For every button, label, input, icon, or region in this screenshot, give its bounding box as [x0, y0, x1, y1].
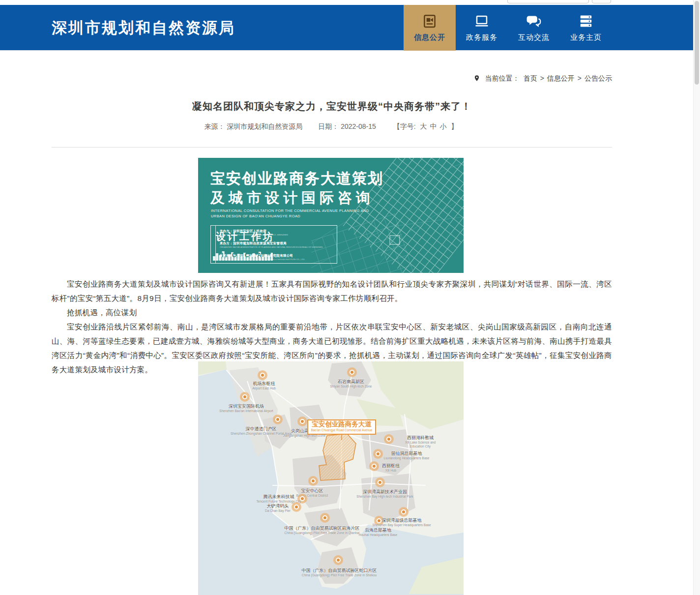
banner-image: 宝安创业路商务大道策划 及城市设计国际咨询 INTERNATIONAL CONS…: [198, 158, 464, 273]
map-marker: [376, 451, 380, 456]
breadcrumb-items: 首页>信息公开>公告公示: [524, 74, 612, 82]
breadcrumb-prefix: 当前位置：: [485, 74, 520, 82]
search-input[interactable]: [507, 0, 589, 3]
map-marker-label: 深中通道门户区Shenzhen-Zhongshan Channel Portal…: [231, 426, 292, 436]
nav-tab-label: 信息公开: [414, 33, 445, 42]
map-marker: [294, 505, 299, 509]
map-marker: [377, 518, 381, 523]
nav-tab-2[interactable]: 政务服务: [456, 5, 508, 51]
map-marker: [311, 478, 316, 483]
banner-subtitle: INTERNATIONAL CONSULTATION FOR THE COMME…: [211, 208, 369, 219]
fontsize-option[interactable]: 大: [420, 122, 427, 130]
article-paragraph: 抢抓机遇，高位谋划: [52, 305, 612, 320]
nav-tab-label: 业务主页: [570, 33, 602, 42]
map-marker-label: 深圳宝安国际机场Shenzhen Bao'an International Ai…: [219, 404, 273, 413]
nav-tab-label: 政务服务: [466, 33, 497, 42]
map-marker: [372, 464, 377, 469]
breadcrumb-separator: >: [578, 74, 582, 82]
map-marker-label: 腾讯未来科技城Tencent Future Technology City: [257, 494, 301, 504]
chat-icon: [526, 14, 541, 29]
map-highlight-label: 宝安创业路商务大道 Bao'an Chuangye Road Commercia…: [307, 419, 376, 435]
map-marker-label: 中国（广东）自由贸易试验区蛇口片区China (Guangdong) Pilot…: [302, 568, 377, 577]
map-marker: [242, 394, 247, 399]
map-marker: [300, 419, 305, 424]
map-marker-label: 中国（广东）自由贸易试验区前海片区China (Guangdong) Pilot…: [285, 526, 360, 535]
scrollbar[interactable]: [693, 0, 700, 595]
map-marker-label: 深圳湾高新技术产业园Shenzhen Bay High-tech Industr…: [356, 489, 413, 499]
map-marker: [322, 515, 327, 520]
map-marker: [386, 437, 391, 442]
map-marker-label: 大铲湾码头Da Chan Bay Pier: [265, 504, 291, 513]
document-icon: [422, 14, 437, 29]
nav-tab-3[interactable]: 互动交流: [508, 5, 560, 51]
header-nav: 信息公开政务服务互动交流业务主页: [404, 5, 612, 51]
map-image: 机场东枢纽Airport East Hub深圳宝安国际机场Shenzhen Ba…: [198, 361, 464, 595]
nav-tab-1[interactable]: 信息公开: [404, 5, 456, 51]
banner-title-line1: 宝安创业路商务大道策划: [210, 169, 383, 189]
meta-fontsize: 【字号:大中小】: [392, 122, 460, 130]
map-marker: [350, 370, 354, 375]
server-icon: [579, 14, 593, 29]
nav-tab-4[interactable]: 业务主页: [560, 5, 612, 51]
search-button[interactable]: [592, 0, 611, 3]
page: 深圳市规划和自然资源局 信息公开政务服务互动交流业务主页 当前位置：首页>信息公…: [0, 0, 700, 595]
map-marker-label: 后海总部基地Houhai Headquarters Base: [359, 528, 397, 537]
map-marker: [260, 373, 265, 378]
breadcrumb-separator: >: [540, 74, 544, 82]
location-pin-icon: [473, 75, 480, 82]
breadcrumb: 当前位置：首页>信息公开>公告公示: [52, 74, 612, 83]
fontsize-option[interactable]: 中: [430, 122, 437, 130]
map-marker: [378, 480, 382, 485]
map-marker-label: 石岩南高新区Shiyan South High-tech Zone: [330, 379, 372, 388]
fontsize-option[interactable]: 小: [440, 122, 447, 130]
page-title: 凝知名团队和顶尖专家之力，宝安世界级“中央商务带”来了！: [52, 100, 612, 113]
workshop-box: 设计工作坊 I C C A 主办方：深圳市宝安区人民政府HOST: THE PE…: [210, 225, 337, 264]
workshop-acronym: I C C A: [211, 252, 276, 259]
nav-tab-label: 互动交流: [518, 33, 550, 42]
map-markers: 机场东枢纽Airport East Hub深圳宝安国际机场Shenzhen Ba…: [198, 361, 464, 595]
article-meta: 来源： 深圳市规划和自然资源局 日期： 2022-08-15 【字号:大中小】: [52, 122, 612, 131]
map-marker-label: 西丽枢纽Xili Hub: [382, 463, 400, 473]
banner-title-line2: 及城市设计国际咨询: [210, 188, 374, 208]
map-marker: [275, 417, 280, 422]
site-header: 深圳市规划和自然资源局 信息公开政务服务互动交流业务主页: [0, 5, 693, 51]
scrollbar-thumb[interactable]: [695, 1, 699, 85]
map-marker-label: 机场东枢纽Airport East Hub: [252, 381, 276, 390]
map-marker-label: 留仙洞总部基地Liuxiandong Headquarters Base: [384, 451, 430, 460]
workshop-left: 设计工作坊 I C C A: [211, 226, 216, 263]
map-marker: [336, 558, 341, 563]
breadcrumb-link[interactable]: 信息公开: [547, 74, 575, 82]
map-marker: [300, 496, 305, 501]
breadcrumb-link[interactable]: 公告公示: [584, 74, 612, 82]
breadcrumb-link[interactable]: 首页: [524, 74, 537, 82]
map-marker: [401, 509, 406, 514]
meta-source: 来源： 深圳市规划和自然资源局: [204, 122, 302, 130]
meta-date: 日期： 2022-08-15: [318, 122, 376, 130]
workshop-title: 设计工作坊: [216, 230, 275, 243]
map-marker-label: 西丽湖科教城Xili Lake Science and Education Ci…: [399, 435, 442, 449]
site-title: 深圳市规划和自然资源局: [52, 18, 235, 38]
divider: [52, 147, 612, 148]
article-paragraph: 宝安创业路商务大道策划及城市设计国际咨询又有新进展！五家具有国际视野的知名设计团…: [52, 277, 612, 305]
laptop-icon: [474, 14, 489, 29]
